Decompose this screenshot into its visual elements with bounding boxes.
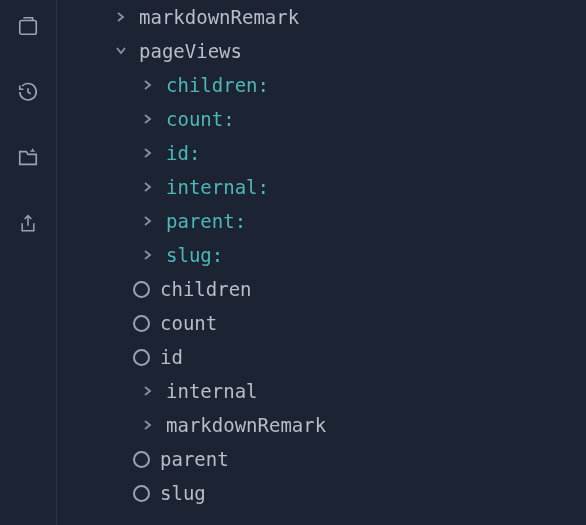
tree-item-pageViews[interactable]: pageViews	[57, 34, 586, 68]
tree-option-slug[interactable]: slug	[57, 476, 586, 510]
tree-item-label: markdownRemark	[139, 6, 299, 28]
tabs-icon[interactable]	[16, 14, 40, 38]
radio-icon	[133, 451, 150, 468]
tree-field-markdownRemark[interactable]: markdownRemark	[57, 408, 586, 442]
field-label: count:	[166, 108, 235, 130]
tree-field-parent[interactable]: parent:	[57, 204, 586, 238]
field-label: id:	[166, 142, 200, 164]
chevron-right-icon	[140, 80, 156, 90]
field-label: children	[160, 278, 252, 300]
field-label: internal:	[166, 176, 269, 198]
radio-icon	[133, 349, 150, 366]
tree-option-parent[interactable]: parent	[57, 442, 586, 476]
tree-field-id[interactable]: id:	[57, 136, 586, 170]
radio-icon	[133, 485, 150, 502]
tree-field-count[interactable]: count:	[57, 102, 586, 136]
field-label: id	[160, 346, 183, 368]
chevron-right-icon	[140, 148, 156, 158]
chevron-right-icon	[140, 114, 156, 124]
field-label: slug:	[166, 244, 223, 266]
radio-icon	[133, 315, 150, 332]
chevron-right-icon	[140, 216, 156, 226]
tree-option-count[interactable]: count	[57, 306, 586, 340]
tree-view: markdownRemark pageViews children: count…	[57, 0, 586, 510]
field-label: parent	[160, 448, 229, 470]
chevron-right-icon	[140, 386, 156, 396]
chevron-right-icon	[140, 182, 156, 192]
field-label: children:	[166, 74, 269, 96]
tree-field-internal-2[interactable]: internal	[57, 374, 586, 408]
history-icon[interactable]	[16, 80, 40, 104]
folder-icon[interactable]	[16, 146, 40, 170]
tree-field-internal[interactable]: internal:	[57, 170, 586, 204]
tree-option-children[interactable]: children	[57, 272, 586, 306]
svg-rect-0	[20, 21, 37, 35]
field-label: internal	[166, 380, 258, 402]
tree-item-label: pageViews	[139, 40, 242, 62]
field-label: markdownRemark	[166, 414, 326, 436]
tree-item-markdownRemark[interactable]: markdownRemark	[57, 0, 586, 34]
tree-field-slug[interactable]: slug:	[57, 238, 586, 272]
field-label: count	[160, 312, 217, 334]
chevron-right-icon	[113, 12, 129, 22]
main-panel: markdownRemark pageViews children: count…	[56, 0, 586, 525]
field-label: parent:	[166, 210, 246, 232]
field-label: slug	[160, 482, 206, 504]
tree-option-id[interactable]: id	[57, 340, 586, 374]
radio-icon	[133, 281, 150, 298]
share-icon[interactable]	[16, 212, 40, 236]
chevron-right-icon	[140, 420, 156, 430]
tree-field-children[interactable]: children:	[57, 68, 586, 102]
sidebar	[0, 0, 56, 525]
chevron-right-icon	[140, 250, 156, 260]
chevron-down-icon	[113, 47, 129, 55]
